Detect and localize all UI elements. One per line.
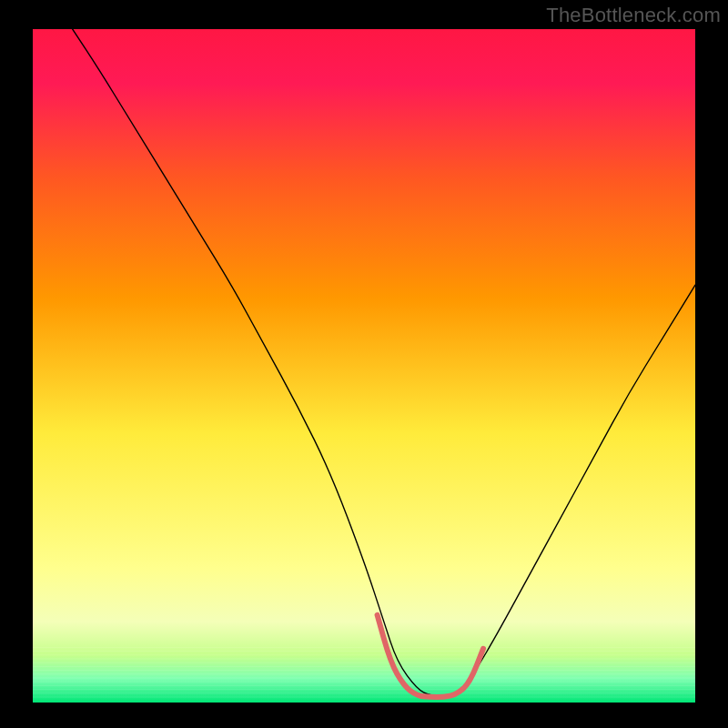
chart-svg bbox=[33, 29, 695, 703]
gradient-background bbox=[33, 29, 695, 703]
attribution-text: TheBottleneck.com bbox=[546, 4, 721, 27]
plot-area bbox=[33, 29, 695, 703]
bottleneck-chart-figure: TheBottleneck.com bbox=[0, 0, 728, 728]
